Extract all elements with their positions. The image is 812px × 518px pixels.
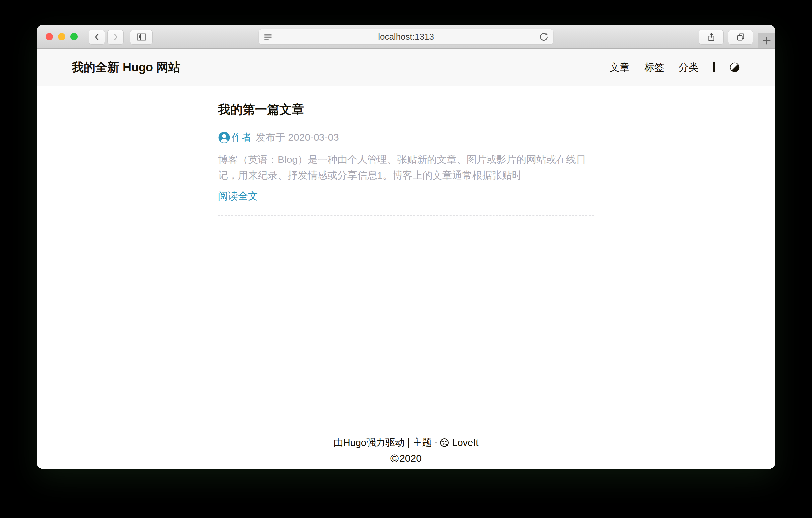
author-link[interactable]: 作者 xyxy=(218,131,252,144)
copyright-icon: © xyxy=(390,453,399,463)
nav-divider xyxy=(713,62,715,72)
back-button[interactable] xyxy=(89,29,105,45)
post-title[interactable]: 我的第一篇文章 xyxy=(218,102,594,118)
nav-item-posts[interactable]: 文章 xyxy=(610,61,630,74)
footer-text-middle: 强力驱动 | 主题 - xyxy=(366,436,437,449)
url-field[interactable]: localhost:1313 xyxy=(259,29,554,45)
traffic-lights xyxy=(46,33,78,40)
footer-powered-line: 由 Hugo 强力驱动 | 主题 - LoveIt xyxy=(37,436,775,449)
sidebar-icon xyxy=(137,32,146,42)
forward-icon xyxy=(111,32,120,42)
minimize-icon[interactable] xyxy=(58,33,65,40)
tabs-icon xyxy=(736,32,746,42)
footer-copyright-line: © 2020 xyxy=(37,453,775,464)
share-icon xyxy=(706,32,716,43)
nav-item-categories[interactable]: 分类 xyxy=(679,61,699,74)
browser-toolbar: localhost:1313 xyxy=(37,25,775,49)
browser-window: localhost:1313 xyxy=(37,25,775,469)
nav-item-tags[interactable]: 标签 xyxy=(644,61,664,74)
theme-toggle-button[interactable] xyxy=(729,62,741,73)
nav-buttons xyxy=(89,29,124,45)
copyright-year: 2020 xyxy=(399,453,422,464)
kiss-face-heart-icon xyxy=(439,437,450,448)
site-title[interactable]: 我的全新 Hugo 网站 xyxy=(71,59,180,76)
page-content: 我的第一篇文章 作者 发布于 2020-03-03 博客（英语：Blog）是一种… xyxy=(37,86,775,469)
hugo-link[interactable]: Hugo xyxy=(343,437,366,448)
footer-text-prefix: 由 xyxy=(334,436,343,449)
site-nav: 文章 标签 分类 xyxy=(610,61,741,74)
url-text: localhost:1313 xyxy=(259,32,553,42)
user-circle-icon xyxy=(218,131,230,144)
forward-button[interactable] xyxy=(107,29,124,45)
share-button[interactable] xyxy=(699,29,724,45)
post-meta: 作者 发布于 2020-03-03 xyxy=(218,131,594,144)
new-tab-button[interactable] xyxy=(758,33,775,48)
reader-icon[interactable] xyxy=(263,32,273,42)
back-icon xyxy=(93,32,102,42)
site-footer: 由 Hugo 强力驱动 | 主题 - LoveIt © 2020 xyxy=(37,436,775,469)
sidebar-toggle-button[interactable] xyxy=(130,29,153,45)
site-header: 我的全新 Hugo 网站 文章 标签 分类 xyxy=(37,49,775,86)
author-name: 作者 xyxy=(232,131,252,144)
plus-icon xyxy=(761,35,772,47)
read-more-link[interactable]: 阅读全文 xyxy=(218,189,258,203)
post-divider xyxy=(218,215,594,216)
close-icon[interactable] xyxy=(46,33,53,40)
zoom-icon[interactable] xyxy=(70,33,78,40)
tab-overview-button[interactable] xyxy=(728,29,753,45)
article-summary-card: 我的第一篇文章 作者 发布于 2020-03-03 博客（英语：Blog）是一种… xyxy=(218,102,594,216)
theme-contrast-icon xyxy=(729,62,741,73)
refresh-icon[interactable] xyxy=(538,31,550,43)
loveit-theme-link[interactable]: LoveIt xyxy=(452,437,478,448)
post-date: 发布于 2020-03-03 xyxy=(256,131,339,144)
post-summary: 博客（英语：Blog）是一种由个人管理、张贴新的文章、图片或影片的网站或在线日记… xyxy=(218,152,594,183)
